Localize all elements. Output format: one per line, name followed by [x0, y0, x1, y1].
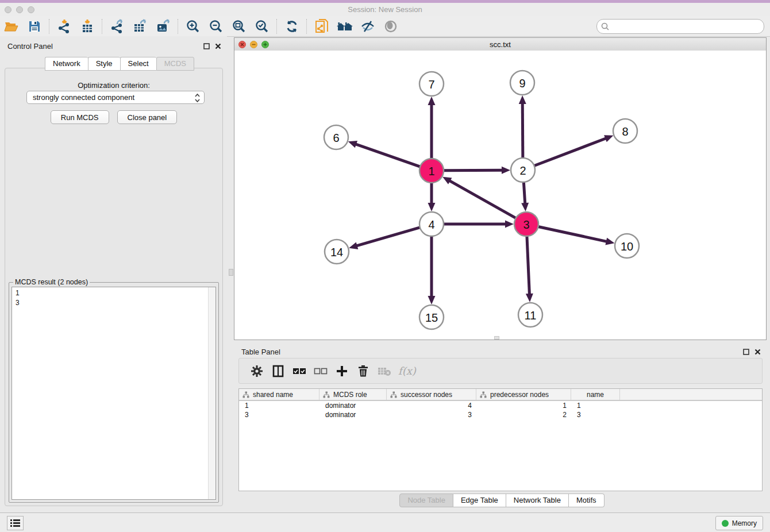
- graph-node-4[interactable]: 4: [419, 212, 444, 236]
- optimization-criterion-select[interactable]: strongly connected component: [26, 91, 205, 104]
- delete-row-button[interactable]: [352, 361, 374, 381]
- plus-icon: [336, 365, 348, 377]
- table-cell[interactable]: 3: [387, 410, 476, 419]
- zoom-fit-button[interactable]: [228, 17, 251, 36]
- table-cell[interactable]: 1: [476, 401, 571, 410]
- column-header-predecessor-nodes[interactable]: predecessor nodes: [476, 389, 571, 400]
- graph-node-1[interactable]: 1: [419, 159, 444, 183]
- import-network-button[interactable]: [53, 17, 76, 36]
- graph-node-3[interactable]: 3: [514, 212, 538, 236]
- mcds-result-text[interactable]: 13: [11, 287, 216, 500]
- column-header-successor-nodes[interactable]: successor nodes: [387, 389, 476, 400]
- apply-function-button[interactable]: f(x): [395, 361, 419, 381]
- close-panel-icon[interactable]: [215, 43, 221, 49]
- table-cell[interactable]: dominator: [319, 401, 387, 410]
- edge-arrow-3-10: [605, 238, 614, 245]
- show-hide-columns-button[interactable]: [267, 361, 288, 381]
- table-row[interactable]: 1dominator411: [239, 401, 762, 410]
- column-header-shared-name[interactable]: shared name: [239, 389, 319, 400]
- close-table-panel-icon[interactable]: [754, 349, 761, 355]
- table-cell[interactable]: 2: [476, 410, 571, 419]
- export-network-button[interactable]: [106, 17, 129, 36]
- column-header-MCDS-role[interactable]: MCDS role: [319, 389, 387, 400]
- table-cell[interactable]: 1: [571, 401, 620, 410]
- splitter-grip[interactable]: [229, 269, 233, 276]
- column-header-label: name: [587, 391, 604, 399]
- save-session-button[interactable]: [23, 17, 46, 36]
- graph-node-11[interactable]: 11: [518, 303, 542, 327]
- table-cell[interactable]: 1: [239, 401, 319, 410]
- graph-node-9[interactable]: 9: [510, 71, 534, 95]
- tab-style[interactable]: Style: [88, 57, 120, 71]
- edge-3-1[interactable]: [449, 180, 515, 218]
- clear-selection-button[interactable]: [310, 361, 331, 381]
- float-panel-icon[interactable]: [203, 43, 210, 49]
- memory-button[interactable]: Memory: [715, 516, 763, 530]
- add-row-button[interactable]: [331, 361, 352, 381]
- graph-node-14[interactable]: 14: [325, 240, 349, 264]
- edge-2-3[interactable]: [523, 182, 525, 204]
- table-cell[interactable]: 3: [571, 410, 620, 419]
- zoom-in-button[interactable]: [182, 17, 205, 36]
- network-canvas[interactable]: 7968124314101511: [234, 51, 766, 340]
- export-table-button[interactable]: [129, 17, 152, 36]
- toolbar-separator: [276, 19, 278, 34]
- graph-node-15[interactable]: 15: [419, 305, 444, 329]
- edge-2-9[interactable]: [522, 103, 523, 158]
- network-close-button[interactable]: [238, 41, 246, 48]
- network-minimize-button[interactable]: [250, 41, 257, 48]
- tab-select[interactable]: Select: [120, 57, 156, 71]
- table-settings-button[interactable]: [246, 361, 267, 381]
- network-maximize-button[interactable]: [261, 41, 269, 48]
- float-table-panel-icon[interactable]: [743, 349, 749, 355]
- refresh-button[interactable]: [280, 17, 303, 36]
- edge-2-8[interactable]: [534, 138, 607, 165]
- tab-edge-table[interactable]: Edge Table: [453, 494, 506, 507]
- control-panel: Control Panel NetworkStyleSelectMCDS Opt…: [0, 36, 227, 513]
- graph-node-2[interactable]: 2: [511, 158, 535, 182]
- tab-node-table[interactable]: Node Table: [399, 494, 453, 507]
- open-session-button[interactable]: [0, 17, 23, 36]
- task-history-button[interactable]: [7, 516, 24, 530]
- edge-1-2[interactable]: [444, 170, 503, 171]
- tab-network[interactable]: Network: [45, 57, 88, 71]
- import-table-button[interactable]: [76, 17, 99, 36]
- close-panel-button[interactable]: Close panel: [117, 110, 178, 124]
- delete-column-button[interactable]: [374, 361, 395, 381]
- edge-arrow-1-2: [502, 167, 510, 174]
- hide-selected-button[interactable]: [356, 17, 379, 36]
- table-cell[interactable]: 3: [239, 410, 319, 419]
- export-image-button[interactable]: [152, 17, 175, 36]
- tab-network-table[interactable]: Network Table: [506, 494, 569, 507]
- tab-motifs[interactable]: Motifs: [569, 494, 605, 507]
- table-cell[interactable]: 4: [387, 401, 476, 410]
- zoom-selected-button[interactable]: [251, 17, 274, 36]
- search-field[interactable]: [596, 19, 764, 34]
- column-header-name[interactable]: name: [571, 389, 620, 400]
- run-mcds-button[interactable]: Run MCDS: [51, 110, 109, 124]
- table-cell[interactable]: dominator: [319, 410, 387, 419]
- home-button[interactable]: [333, 17, 356, 36]
- hierarchy-icon: [323, 391, 330, 398]
- zoom-out-button[interactable]: [205, 17, 228, 36]
- tab-mcds[interactable]: MCDS: [156, 57, 194, 71]
- edge-3-11[interactable]: [527, 236, 530, 295]
- result-scrollbar[interactable]: [208, 287, 215, 499]
- search-input[interactable]: [611, 21, 764, 32]
- select-chevrons-icon: [194, 93, 201, 103]
- vertical-splitter[interactable]: [227, 36, 234, 513]
- graph-node-7[interactable]: 7: [419, 72, 444, 96]
- network-window-titlebar[interactable]: scc.txt: [234, 38, 766, 51]
- edge-3-10[interactable]: [538, 226, 607, 241]
- network-view-window: scc.txt 7968124314101511: [234, 37, 767, 340]
- graph-node-6[interactable]: 6: [324, 125, 348, 149]
- edge-1-6[interactable]: [355, 144, 420, 167]
- graph-node-8[interactable]: 8: [613, 119, 637, 143]
- canvas-resize-grip[interactable]: [494, 336, 499, 340]
- network-from-file-button[interactable]: [310, 17, 333, 36]
- edge-4-14[interactable]: [356, 228, 420, 246]
- table-row[interactable]: 3dominator323: [239, 410, 762, 419]
- select-all-button[interactable]: [288, 361, 310, 381]
- show-graphics-details-button[interactable]: [379, 17, 402, 36]
- graph-node-10[interactable]: 10: [615, 234, 639, 258]
